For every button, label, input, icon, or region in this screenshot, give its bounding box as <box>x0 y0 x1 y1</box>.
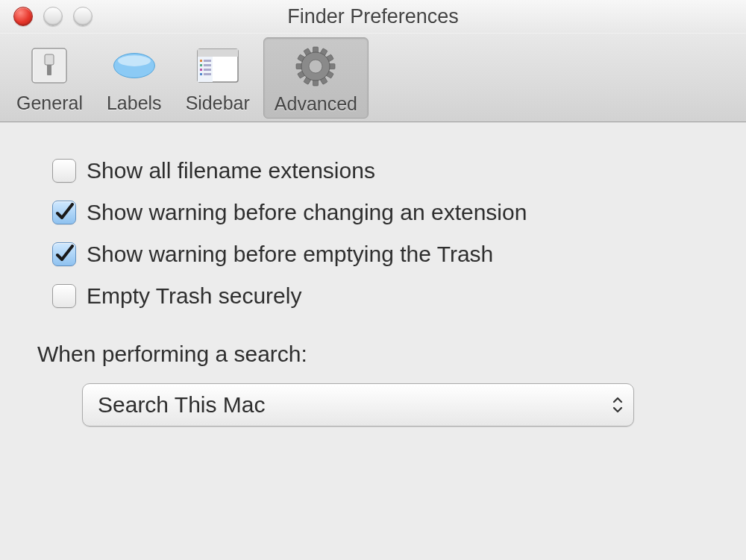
label-pill-icon <box>110 42 158 89</box>
svg-rect-11 <box>204 60 211 62</box>
window-title: Finder Preferences <box>0 5 746 28</box>
select-arrows-icon <box>612 397 623 413</box>
svg-rect-13 <box>204 64 211 66</box>
svg-rect-16 <box>200 73 202 75</box>
switch-icon <box>25 42 73 89</box>
search-label: When performing a search: <box>37 342 716 367</box>
svg-rect-12 <box>200 64 202 66</box>
select-value: Search This Mac <box>98 392 266 418</box>
tab-label: Sidebar <box>186 92 250 114</box>
option-warn-trash: Show warning before emptying the Trash <box>52 242 716 267</box>
check-icon <box>54 203 74 222</box>
option-label: Show all filename extensions <box>87 158 375 183</box>
titlebar: Finder Preferences <box>0 0 746 33</box>
content-pane: Show all filename extensions Show warnin… <box>0 122 746 456</box>
tab-general[interactable]: General <box>6 37 93 119</box>
option-secure-trash: Empty Trash securely <box>52 283 716 309</box>
gear-icon <box>292 43 339 90</box>
option-label: Show warning before changing an extensio… <box>87 200 527 225</box>
checkbox-show-extensions[interactable] <box>52 159 76 183</box>
checkbox-secure-trash[interactable] <box>52 284 76 308</box>
svg-point-31 <box>309 60 322 73</box>
tab-labels[interactable]: Labels <box>96 37 172 119</box>
minimize-button[interactable] <box>43 7 63 26</box>
tab-label: Advanced <box>275 93 357 115</box>
option-label: Empty Trash securely <box>87 283 301 309</box>
svg-rect-15 <box>204 69 211 71</box>
toolbar: General Labels <box>0 33 746 122</box>
checkbox-warn-trash[interactable] <box>52 242 76 266</box>
check-icon <box>54 245 74 264</box>
sidebar-icon <box>194 42 242 89</box>
svg-rect-3 <box>45 54 54 65</box>
svg-point-6 <box>118 55 151 66</box>
search-section: When performing a search: Search This Ma… <box>52 342 716 427</box>
traffic-lights <box>13 7 93 26</box>
tab-label: General <box>16 92 83 114</box>
svg-rect-8 <box>198 49 238 57</box>
svg-rect-17 <box>204 73 211 75</box>
tab-sidebar[interactable]: Sidebar <box>175 37 260 119</box>
option-show-extensions: Show all filename extensions <box>52 158 716 183</box>
option-label: Show warning before emptying the Trash <box>87 242 493 267</box>
tab-advanced[interactable]: Advanced <box>263 37 369 119</box>
zoom-button[interactable] <box>73 7 93 26</box>
option-warn-extension: Show warning before changing an extensio… <box>52 200 716 225</box>
svg-rect-10 <box>200 60 202 62</box>
svg-rect-14 <box>200 69 202 71</box>
checkbox-warn-extension[interactable] <box>52 201 76 224</box>
close-button[interactable] <box>13 7 33 26</box>
search-scope-select[interactable]: Search This Mac <box>82 383 634 427</box>
tab-label: Labels <box>107 92 162 114</box>
